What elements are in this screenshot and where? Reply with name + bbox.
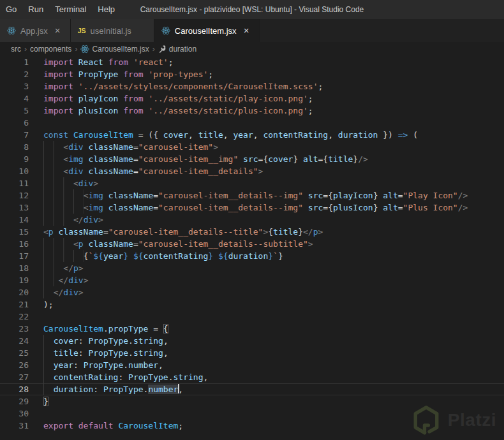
line-number: 11 bbox=[0, 177, 29, 189]
menu-item-run[interactable]: Run bbox=[22, 0, 49, 19]
line-number: 15 bbox=[0, 226, 29, 238]
indent-guides bbox=[43, 250, 84, 262]
code-line[interactable]: 27contentRating: PropType.string, bbox=[0, 371, 504, 383]
code-line[interactable]: 17{`${year} ${contentRating} ${duration}… bbox=[0, 250, 504, 262]
code-line-content bbox=[43, 407, 504, 420]
code-line[interactable]: 11<div> bbox=[0, 177, 504, 189]
code-line-content: import '../assets/styless/components/Car… bbox=[43, 80, 504, 92]
code-line[interactable]: 16<p className="carousel-item__details--… bbox=[0, 238, 504, 250]
indent-guides bbox=[43, 286, 54, 298]
code-line[interactable]: 4import playIcon from '../assets/static/… bbox=[0, 92, 504, 105]
indent-guides bbox=[43, 262, 63, 274]
indent-guides bbox=[43, 238, 73, 250]
tab-label: App.jsx bbox=[20, 26, 48, 36]
code-line[interactable]: 23CarouselItem.propType = { bbox=[0, 323, 504, 335]
code-line[interactable]: 12<img className="carousel-item__details… bbox=[0, 189, 504, 202]
code-line-content: export default CarouselItem; bbox=[43, 420, 504, 432]
chevron-right-icon: › bbox=[24, 45, 27, 54]
indent-guides bbox=[43, 274, 58, 286]
code-line[interactable]: 8<div className="carousel-item"> bbox=[0, 141, 504, 153]
menu-item-help[interactable]: Help bbox=[92, 0, 121, 19]
code-line[interactable]: 20</div> bbox=[0, 286, 504, 298]
tab-carouselitem-jsx[interactable]: CarouselItem.jsx× bbox=[154, 19, 260, 42]
indent-guides bbox=[43, 165, 63, 177]
code-line-content: import React from 'react'; bbox=[43, 56, 504, 68]
menu-item-go[interactable]: Go bbox=[0, 0, 22, 19]
tab-label: CarouselItem.jsx bbox=[175, 26, 237, 36]
react-icon bbox=[80, 45, 89, 54]
line-number: 12 bbox=[0, 189, 29, 202]
breadcrumb-label: CarouselItem.jsx bbox=[92, 45, 149, 54]
code-line-content: <div className="carousel-item"> bbox=[43, 141, 504, 153]
code-line[interactable]: 2import PropType from 'prop-types'; bbox=[0, 68, 504, 80]
line-number: 6 bbox=[0, 117, 29, 129]
code-line-content: duration: PropType.number, bbox=[43, 383, 504, 395]
code-line-content: ); bbox=[43, 298, 504, 311]
breadcrumb-item-src[interactable]: src bbox=[11, 45, 21, 54]
indent-guides bbox=[43, 335, 54, 347]
code-line[interactable]: 29} bbox=[0, 395, 504, 407]
code-line[interactable]: 28duration: PropType.number, bbox=[0, 383, 504, 395]
code-line-content: const CarouselItem = ({ cover, title, ye… bbox=[43, 129, 504, 141]
vscode-window: CarouselItem.jsx - platzivideo [WSL: Ubu… bbox=[0, 0, 504, 440]
indent-guides bbox=[43, 189, 84, 202]
symbol-property-wrench-icon bbox=[158, 45, 167, 53]
breadcrumb: src›components›CarouselItem.jsx›duration bbox=[0, 42, 504, 55]
code-line-content: <img className="carousel-item__details--… bbox=[43, 202, 504, 214]
code-line[interactable]: 18</p> bbox=[0, 262, 504, 274]
code-line[interactable]: 6 bbox=[0, 117, 504, 129]
close-icon[interactable]: × bbox=[241, 26, 252, 36]
line-number: 27 bbox=[0, 371, 29, 383]
breadcrumb-item-components[interactable]: components bbox=[30, 45, 71, 54]
code-editor[interactable]: 1import React from 'react';2import PropT… bbox=[0, 55, 504, 432]
indent-guides bbox=[43, 177, 73, 189]
line-number: 3 bbox=[0, 80, 29, 92]
code-line[interactable]: 10<div className="carousel-item__details… bbox=[0, 165, 504, 177]
menu-item-terminal[interactable]: Terminal bbox=[49, 0, 92, 19]
code-line-content: CarouselItem.propType = { bbox=[43, 323, 504, 335]
code-line[interactable]: 21); bbox=[0, 298, 504, 311]
code-line-content: <img className="carousel-item__img" src=… bbox=[43, 153, 504, 165]
code-line[interactable]: 13<img className="carousel-item__details… bbox=[0, 202, 504, 214]
code-line-content: import plusIcon from '../assets/static/p… bbox=[43, 105, 504, 117]
breadcrumb-item-carouselitem-jsx[interactable]: CarouselItem.jsx bbox=[80, 45, 149, 54]
code-line[interactable]: 1import React from 'react'; bbox=[0, 56, 504, 68]
code-line[interactable]: 19</div> bbox=[0, 274, 504, 286]
code-line[interactable]: 15<p className="carousel-item__details--… bbox=[0, 226, 504, 238]
code-line-content: </div> bbox=[43, 274, 504, 286]
line-number: 25 bbox=[0, 347, 29, 359]
code-line[interactable]: 14</div> bbox=[0, 214, 504, 226]
indent-guides bbox=[43, 371, 54, 383]
code-line[interactable]: 25title: PropType.string, bbox=[0, 347, 504, 359]
close-icon[interactable]: × bbox=[52, 26, 63, 36]
line-number: 30 bbox=[0, 407, 29, 420]
line-number: 20 bbox=[0, 286, 29, 298]
code-line[interactable]: 3import '../assets/styless/components/Ca… bbox=[0, 80, 504, 92]
code-line[interactable]: 9<img className="carousel-item__img" src… bbox=[0, 153, 504, 165]
javascript-icon: JS bbox=[78, 27, 86, 34]
breadcrumb-item-duration[interactable]: duration bbox=[158, 45, 196, 54]
line-number: 22 bbox=[0, 311, 29, 323]
indent-guides bbox=[43, 202, 84, 214]
indent-guides bbox=[43, 383, 54, 395]
line-number: 18 bbox=[0, 262, 29, 274]
code-line-content: title: PropType.string, bbox=[43, 347, 504, 359]
tab-useinitial-js[interactable]: JSuseInitial.js bbox=[71, 19, 154, 42]
code-line-content: year: PropType.number, bbox=[43, 359, 504, 371]
line-number: 21 bbox=[0, 298, 29, 311]
line-number: 31 bbox=[0, 420, 29, 432]
code-line[interactable]: 26year: PropType.number, bbox=[0, 359, 504, 371]
tab-app-jsx[interactable]: App.jsx× bbox=[0, 19, 71, 42]
code-line[interactable]: 7const CarouselItem = ({ cover, title, y… bbox=[0, 129, 504, 141]
code-line[interactable]: 31export default CarouselItem; bbox=[0, 420, 504, 432]
chevron-right-icon: › bbox=[152, 45, 155, 54]
code-line[interactable]: 22 bbox=[0, 311, 504, 323]
code-line[interactable]: 24cover: PropType.string, bbox=[0, 335, 504, 347]
code-line-content bbox=[43, 311, 504, 323]
code-line[interactable]: 30 bbox=[0, 407, 504, 420]
line-number: 16 bbox=[0, 238, 29, 250]
code-line[interactable]: 5import plusIcon from '../assets/static/… bbox=[0, 105, 504, 117]
code-line-content: <div className="carousel-item__details"> bbox=[43, 165, 504, 177]
code-line-content: </p> bbox=[43, 262, 504, 274]
close-icon-placeholder bbox=[136, 26, 147, 36]
